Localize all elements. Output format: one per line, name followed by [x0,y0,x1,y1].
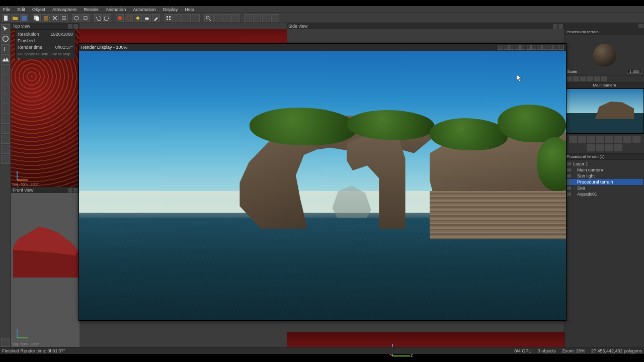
vp-icon[interactable] [73,24,78,29]
zoom-out-icon[interactable] [213,14,221,22]
rw-btn9-icon[interactable] [542,45,547,50]
tree-item-layer[interactable]: Layer 1 [566,161,643,167]
layout3-icon[interactable] [262,14,270,22]
undo-icon[interactable] [94,14,102,22]
nav-icon[interactable] [569,136,577,143]
fullscreen-icon[interactable] [231,14,239,22]
tree-item-terrain[interactable]: Procedural terrain [566,179,643,185]
b1-icon[interactable] [174,14,182,22]
rw-btn5-icon[interactable] [520,45,525,50]
terrain-tool-icon[interactable] [1,54,10,63]
layout2-icon[interactable] [253,14,261,22]
tree-item-sunlight[interactable]: Sun light [566,173,643,179]
viewport-main[interactable]: xz [287,332,565,347]
eco-tool-icon[interactable] [1,135,10,144]
camera-tool-icon[interactable] [1,115,10,124]
mat-tool-icon[interactable] [573,76,579,81]
nav-icon[interactable] [587,144,595,151]
menu-automation[interactable]: Automation [133,7,156,12]
paint-tool-icon[interactable] [1,125,10,134]
material-preview[interactable]: Scale 1.000 [565,35,644,75]
tree-item-sea[interactable]: Sea [566,185,643,191]
paste-icon[interactable] [42,14,50,22]
water-tool-icon[interactable] [1,64,10,73]
light-tool-icon[interactable] [1,105,10,114]
scene-tree[interactable]: Layer 1 Main camera Sun light Procedural… [565,160,644,347]
grid-icon[interactable] [165,14,173,22]
cloud-icon[interactable] [143,14,151,22]
mat-tool-icon[interactable] [580,76,586,81]
open-icon[interactable] [11,14,19,22]
nav-icon[interactable] [623,136,631,143]
list-icon[interactable] [60,14,68,22]
tree-item-camera[interactable]: Main camera [566,167,643,173]
save-icon[interactable] [20,14,28,22]
cloud-tool-icon[interactable] [1,95,10,104]
zoom-in-icon[interactable] [204,14,212,22]
rw-btn1-icon[interactable] [498,45,503,50]
camera-preview[interactable] [565,88,644,134]
menu-display[interactable]: Display [163,7,178,12]
menu-help[interactable]: Help [185,7,194,12]
move-tool-icon[interactable] [1,34,10,43]
mat-tool-icon[interactable] [594,76,600,81]
tree-item-aquatic[interactable]: Aquatic01 [566,191,643,197]
rw-btn8-icon[interactable] [537,45,542,50]
rw-btn4-icon[interactable] [515,45,520,50]
vp-icon[interactable] [553,24,557,29]
mat-tool-icon[interactable] [601,76,607,81]
misc-tool-icon[interactable] [1,145,10,154]
tool-a-icon[interactable] [72,14,80,22]
menu-atmosphere[interactable]: Atmosphere [52,7,77,12]
rw-btn3-icon[interactable] [509,45,514,50]
menu-object[interactable]: Object [32,7,45,12]
vp-icon[interactable] [68,24,72,29]
nav-icon[interactable] [632,136,640,143]
brush-icon[interactable] [152,14,160,22]
cut-icon[interactable] [51,14,59,22]
new-icon[interactable] [2,14,10,22]
viewport-front[interactable]: Front view 1sq · 50m · 200m [11,187,79,347]
redo-icon[interactable] [103,14,111,22]
menu-edit[interactable]: Edit [18,7,26,12]
nav-icon[interactable] [596,144,604,151]
sun-icon[interactable] [134,14,142,22]
misc2-tool-icon[interactable] [1,155,10,164]
b2-icon[interactable] [183,14,191,22]
nav-icon[interactable] [605,144,613,151]
mat-tool-icon[interactable] [566,76,572,81]
menu-file[interactable]: File [3,7,11,12]
menu-animation[interactable]: Animation [106,7,126,12]
tool-b-icon[interactable] [82,14,90,22]
vp-icon[interactable] [73,188,78,193]
rw-minimize-icon[interactable] [548,45,553,50]
render-icon[interactable] [116,14,124,22]
help-tool-icon[interactable] [1,338,10,347]
mat-tool-icon[interactable] [587,76,593,81]
copy-icon[interactable] [33,14,41,22]
nav-icon[interactable] [614,144,622,151]
nav-icon[interactable] [596,136,604,143]
nav-icon[interactable] [587,136,595,143]
viewport-side[interactable]: Side view [287,23,565,29]
layout4-icon[interactable] [271,14,279,22]
rw-btn2-icon[interactable] [504,45,509,50]
rw-btn7-icon[interactable] [531,45,536,50]
zoom-fit-icon[interactable] [222,14,230,22]
rock-tool-icon[interactable] [1,84,10,94]
vp-icon[interactable] [558,24,563,29]
scale-input[interactable]: 1.000 [627,69,642,74]
nav-icon[interactable] [605,136,613,143]
rw-maximize-icon[interactable] [553,45,558,50]
text-tool-icon[interactable]: T [1,44,10,53]
plant-tool-icon[interactable] [1,74,10,83]
render-region-icon[interactable] [125,14,133,22]
rw-close-icon[interactable] [559,45,564,50]
b3-icon[interactable] [192,14,200,22]
rw-btn6-icon[interactable] [526,45,531,50]
menu-render[interactable]: Render [84,7,99,12]
select-tool-icon[interactable] [1,24,10,33]
nav-icon[interactable] [614,136,622,143]
layout1-icon[interactable] [244,14,252,22]
nav-icon[interactable] [578,136,586,143]
